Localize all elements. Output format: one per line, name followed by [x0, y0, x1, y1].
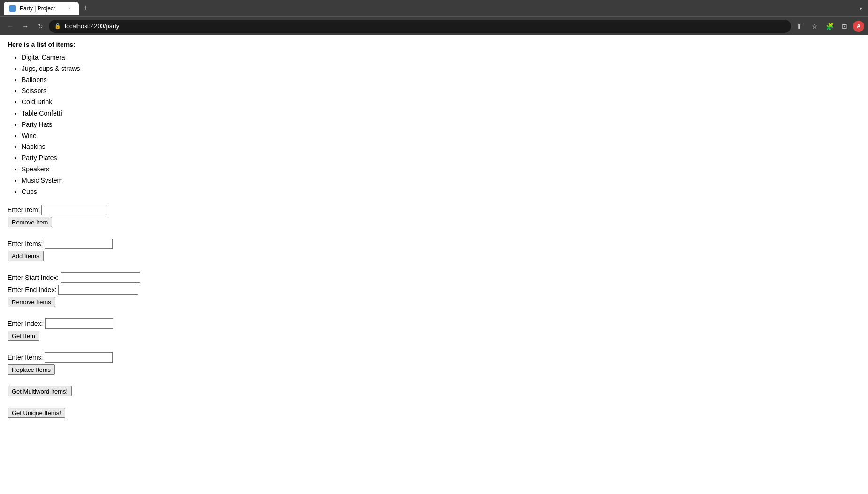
- end-index-row: Enter End Index:: [8, 285, 860, 295]
- get-item-section: Enter Index: Get Item: [8, 318, 860, 341]
- remove-item-label: Enter Item:: [8, 206, 39, 214]
- forward-button[interactable]: →: [19, 20, 32, 33]
- list-item: Jugs, cups & straws: [22, 63, 860, 75]
- tab-label: Party | Project: [20, 5, 55, 12]
- reload-button[interactable]: ↻: [34, 20, 47, 33]
- profile-button[interactable]: A: [853, 21, 864, 32]
- remove-item-section: Enter Item: Remove Item: [8, 205, 860, 227]
- get-unique-section: Get Unique Items!: [8, 408, 860, 418]
- list-item: Speakers: [22, 164, 860, 175]
- page-heading: Here is a list of items:: [8, 41, 860, 48]
- address-bar[interactable]: 🔒 localhost:4200/party: [49, 20, 791, 33]
- get-multiword-button[interactable]: Get Multiword Items!: [8, 386, 72, 396]
- remove-item-input[interactable]: [41, 205, 107, 215]
- tab-favicon: [9, 5, 16, 12]
- remove-items-section: Enter Start Index: Enter End Index: Remo…: [8, 272, 860, 307]
- end-index-label: Enter End Index:: [8, 286, 56, 293]
- start-index-row: Enter Start Index:: [8, 272, 860, 283]
- lock-icon: 🔒: [54, 23, 61, 29]
- item-list: Digital CameraJugs, cups & strawsBalloon…: [8, 52, 860, 197]
- remove-item-row: Enter Item:: [8, 205, 860, 215]
- tab-bar: Party | Project × + ▾: [0, 0, 868, 16]
- add-items-button[interactable]: Add Items: [8, 251, 44, 261]
- list-item: Music System: [22, 175, 860, 186]
- add-items-section: Enter Items: Add Items: [8, 239, 860, 261]
- list-item: Digital Camera: [22, 52, 860, 63]
- browser-chrome: Party | Project × + ▾ ← → ↻ 🔒 localhost:…: [0, 0, 868, 35]
- add-items-input[interactable]: [45, 239, 113, 249]
- get-item-button[interactable]: Get Item: [8, 331, 39, 341]
- remove-item-button[interactable]: Remove Item: [8, 217, 52, 227]
- tab-close-button[interactable]: ×: [66, 5, 73, 12]
- replace-items-row: Enter Items:: [8, 352, 860, 363]
- list-item: Party Plates: [22, 153, 860, 164]
- list-item: Balloons: [22, 75, 860, 86]
- get-multiword-section: Get Multiword Items!: [8, 386, 860, 396]
- share-button[interactable]: ⬆: [793, 20, 806, 33]
- remove-items-button[interactable]: Remove Items: [8, 297, 55, 307]
- url-text: localhost:4200/party: [65, 23, 119, 30]
- list-item: Cold Drink: [22, 97, 860, 108]
- get-item-row: Enter Index:: [8, 318, 860, 329]
- bookmark-button[interactable]: ☆: [808, 20, 821, 33]
- nav-actions: ⬆ ☆ 🧩 ⊡ A: [793, 20, 864, 33]
- tab-dropdown-button[interactable]: ▾: [858, 3, 864, 14]
- active-tab[interactable]: Party | Project ×: [4, 2, 79, 15]
- extensions-button[interactable]: 🧩: [823, 20, 836, 33]
- replace-items-section: Enter Items: Replace Items: [8, 352, 860, 375]
- list-item: Cups: [22, 186, 860, 198]
- get-item-label: Enter Index:: [8, 320, 43, 327]
- get-unique-button[interactable]: Get Unique Items!: [8, 408, 65, 418]
- list-item: Table Confetti: [22, 108, 860, 119]
- add-items-row: Enter Items:: [8, 239, 860, 249]
- start-index-label: Enter Start Index:: [8, 274, 59, 281]
- replace-items-button[interactable]: Replace Items: [8, 364, 55, 375]
- add-items-label: Enter Items:: [8, 240, 43, 247]
- back-button[interactable]: ←: [4, 20, 17, 33]
- replace-items-label: Enter Items:: [8, 354, 43, 361]
- list-item: Napkins: [22, 141, 860, 153]
- list-item: Party Hats: [22, 119, 860, 131]
- split-button[interactable]: ⊡: [838, 20, 851, 33]
- list-item: Wine: [22, 131, 860, 142]
- page-content: Here is a list of items: Digital CameraJ…: [0, 35, 868, 431]
- list-item: Scissors: [22, 85, 860, 97]
- new-tab-button[interactable]: +: [79, 2, 92, 15]
- nav-bar: ← → ↻ 🔒 localhost:4200/party ⬆ ☆ 🧩 ⊡ A: [0, 16, 868, 35]
- get-item-input[interactable]: [45, 318, 113, 329]
- replace-items-input[interactable]: [45, 352, 113, 363]
- end-index-input[interactable]: [58, 285, 138, 295]
- start-index-input[interactable]: [61, 272, 140, 283]
